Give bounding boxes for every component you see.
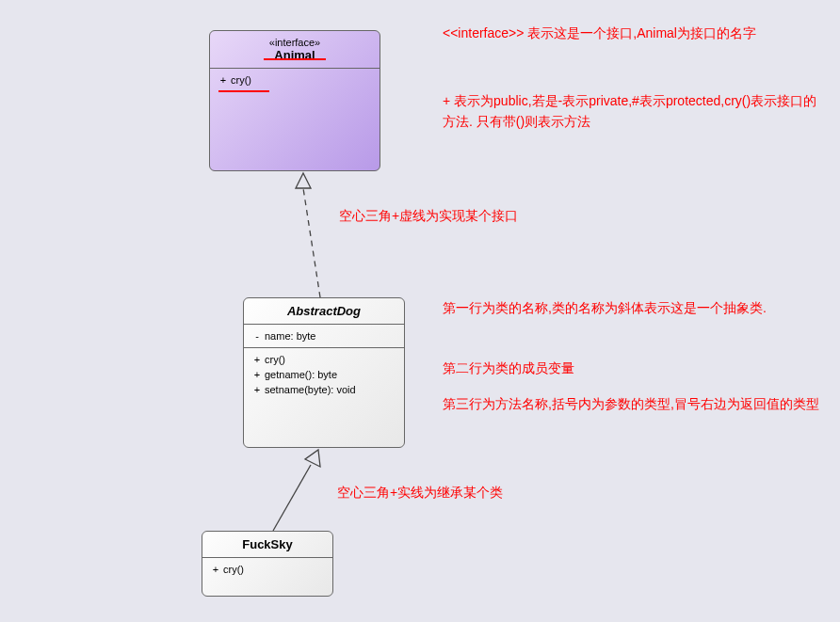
annotation-class-row1: 第一行为类的名称,类的名称为斜体表示这是一个抽象类.: [443, 297, 819, 318]
uml-class-fucksky: FuckSky + cry(): [202, 531, 333, 597]
method-signature: cry(): [265, 352, 285, 367]
annotation-class-row3: 第三行为方法名称,括号内为参数的类型,冒号右边为返回值的类型: [443, 393, 819, 414]
method-signature: setname(byte): void: [265, 382, 356, 397]
visibility: +: [250, 382, 265, 397]
attribute-signature: name: byte: [265, 328, 315, 343]
uml-class-abstractdog: AbstractDog - name: byte + cry() + getna…: [243, 297, 405, 448]
visibility: -: [250, 328, 265, 343]
methods-section: + cry() + getname(): byte + setname(byte…: [244, 348, 404, 439]
visibility: +: [208, 562, 223, 577]
annotation-visibility-desc: + 表示为public,若是-表示private,#表示protected,cr…: [443, 90, 819, 132]
uml-title: FuckSky: [202, 532, 332, 558]
uml-title: «interface» Animal: [210, 31, 380, 69]
method-row: + cry(): [250, 352, 398, 367]
method-signature: cry(): [231, 72, 251, 88]
method-signature: getname(): byte: [265, 367, 337, 382]
method-row: + setname(byte): void: [250, 382, 398, 397]
underline-mark: [218, 90, 269, 92]
generalization-connector: [273, 450, 320, 531]
method-row: + cry(): [216, 72, 374, 88]
stereotype-label: «interface»: [214, 37, 376, 48]
svg-marker-0: [296, 173, 311, 188]
annotation-generalization-desc: 空心三角+实线为继承某个类: [337, 482, 620, 502]
uml-title: AbstractDog: [244, 298, 404, 325]
uml-interface-animal: «interface» Animal + cry(): [209, 30, 380, 171]
visibility: +: [250, 352, 265, 367]
underline-mark: [264, 58, 326, 60]
method-row: + getname(): byte: [250, 367, 398, 382]
annotation-class-row2: 第二行为类的成员变量: [443, 358, 819, 378]
annotation-realization-desc: 空心三角+虚线为实现某个接口: [339, 205, 622, 226]
method-row: + cry(): [208, 562, 327, 577]
class-name: AbstractDog: [248, 304, 400, 318]
svg-marker-1: [305, 450, 320, 467]
visibility: +: [216, 72, 231, 88]
visibility: +: [250, 367, 265, 382]
class-name: FuckSky: [206, 537, 329, 551]
attribute-row: - name: byte: [250, 328, 398, 343]
method-signature: cry(): [223, 562, 244, 577]
realization-connector: [296, 173, 320, 297]
methods-section: + cry(): [210, 69, 380, 172]
annotation-interface-desc: <<interface>> 表示这是一个接口,Animal为接口的名字: [443, 23, 819, 43]
attributes-section: - name: byte: [244, 325, 404, 348]
methods-section: + cry(): [202, 558, 332, 581]
